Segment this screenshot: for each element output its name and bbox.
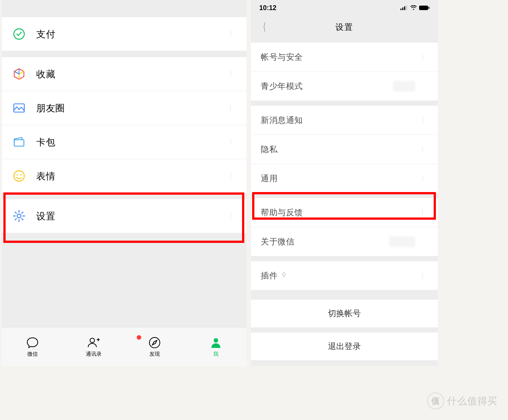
row-notifications[interactable]: 新消息通知 〉	[251, 106, 438, 135]
chevron-right-icon: 〉	[421, 173, 426, 184]
chevron-right-icon: 〉	[421, 270, 426, 281]
row-general[interactable]: 通用 〉	[251, 164, 438, 193]
svg-point-6	[17, 214, 21, 218]
nav-title: 设置	[251, 22, 438, 33]
item-favorites[interactable]: 收藏 〉	[2, 57, 247, 91]
svg-line-11	[15, 212, 16, 213]
chevron-right-icon: 〉	[229, 210, 234, 222]
watermark-badge-icon: 值	[427, 392, 444, 410]
tab-me[interactable]: 我	[185, 327, 247, 366]
me-tab-screenshot: 支付 〉 收藏 〉 朋友圈 〉 卡包 〉 表情 〉	[2, 0, 247, 366]
item-pay[interactable]: 支付 〉	[2, 17, 247, 51]
row-label: 帐号与安全	[261, 52, 420, 63]
chevron-right-icon: 〉	[229, 136, 234, 148]
status-icons	[400, 5, 430, 10]
item-stickers[interactable]: 表情 〉	[2, 159, 247, 193]
notification-dot-icon	[137, 335, 141, 340]
item-label: 设置	[36, 210, 228, 222]
chevron-right-icon: 〉	[229, 170, 234, 182]
item-label: 表情	[36, 170, 228, 182]
svg-rect-25	[419, 6, 428, 10]
row-help-feedback[interactable]: 帮助与反馈 〉	[251, 198, 438, 227]
row-account-security[interactable]: 帐号与安全 〉	[251, 43, 438, 71]
blurred-value	[389, 237, 415, 247]
svg-rect-22	[404, 6, 405, 10]
item-label: 卡包	[36, 136, 228, 148]
tab-label: 微信	[27, 351, 38, 358]
row-label: 插件	[261, 270, 420, 281]
gallery-icon	[12, 101, 26, 115]
row-label: 新消息通知	[261, 115, 420, 126]
svg-line-14	[15, 219, 16, 220]
pin-icon	[281, 272, 287, 278]
item-label: 收藏	[36, 68, 228, 80]
svg-point-4	[16, 174, 18, 176]
svg-rect-21	[402, 7, 403, 10]
item-cards[interactable]: 卡包 〉	[2, 125, 247, 159]
svg-line-12	[22, 219, 23, 220]
svg-point-5	[20, 174, 22, 176]
tab-bar: 微信 通讯录 发现 我	[2, 327, 247, 366]
cube-icon	[12, 67, 26, 81]
row-youth-mode[interactable]: 青少年模式 〉	[251, 72, 438, 101]
chevron-right-icon: 〉	[229, 68, 234, 80]
svg-rect-20	[400, 9, 402, 10]
chevron-right-icon: 〉	[421, 144, 426, 155]
row-label: 帮助与反馈	[261, 207, 420, 218]
row-logout[interactable]: 退出登录	[251, 333, 438, 360]
tab-label: 发现	[149, 351, 160, 358]
svg-point-18	[149, 337, 160, 348]
chevron-right-icon: 〉	[229, 102, 234, 114]
settings-screenshot: 10:12 〈 设置 帐号与安全 〉 青少年模式 〉 新消息通知 〉 隐私 〉 …	[251, 0, 438, 366]
row-label: 隐私	[261, 144, 420, 155]
watermark-text: 什么值得买	[447, 395, 498, 408]
nav-bar: 〈 设置	[251, 16, 438, 39]
chevron-right-icon: 〉	[229, 28, 234, 40]
row-label: 切换帐号	[328, 308, 361, 319]
tab-label: 通讯录	[86, 351, 102, 358]
row-label: 青少年模式	[261, 81, 393, 92]
row-switch-account[interactable]: 切换帐号	[251, 300, 438, 327]
chevron-right-icon: 〉	[421, 52, 426, 63]
watermark: 值 什么值得买	[427, 392, 498, 410]
svg-point-27	[282, 273, 285, 276]
pay-icon	[12, 27, 26, 41]
svg-rect-23	[406, 5, 407, 10]
chevron-right-icon: 〉	[421, 115, 426, 126]
item-label: 支付	[36, 28, 228, 40]
svg-point-15	[90, 338, 95, 343]
svg-point-24	[413, 9, 414, 10]
battery-icon	[419, 5, 430, 10]
row-label: 关于微信	[261, 236, 389, 247]
tab-discover[interactable]: 发现	[124, 327, 186, 366]
tab-label: 我	[213, 351, 219, 358]
status-bar: 10:12	[251, 0, 438, 16]
smile-icon	[12, 169, 26, 183]
status-time: 10:12	[259, 4, 276, 12]
signal-icon	[400, 5, 408, 10]
row-about[interactable]: 关于微信 〉	[251, 227, 438, 256]
svg-rect-26	[428, 7, 430, 9]
row-privacy[interactable]: 隐私 〉	[251, 135, 438, 164]
svg-line-13	[22, 212, 23, 213]
svg-point-19	[214, 338, 218, 343]
gear-icon	[12, 209, 26, 223]
row-plugins[interactable]: 插件 〉	[251, 261, 438, 290]
tab-chats[interactable]: 微信	[2, 327, 63, 366]
wallet-icon	[12, 135, 26, 149]
svg-rect-2	[14, 140, 24, 146]
tab-contacts[interactable]: 通讯录	[63, 327, 124, 366]
item-label: 朋友圈	[36, 102, 228, 114]
item-moments[interactable]: 朋友圈 〉	[2, 91, 247, 125]
svg-point-3	[14, 171, 24, 181]
row-label: 通用	[261, 173, 420, 184]
blurred-value	[393, 81, 415, 92]
wifi-icon	[410, 5, 417, 10]
row-label: 退出登录	[328, 341, 361, 352]
item-settings[interactable]: 设置 〉	[2, 199, 247, 233]
chevron-right-icon: 〉	[421, 207, 426, 218]
